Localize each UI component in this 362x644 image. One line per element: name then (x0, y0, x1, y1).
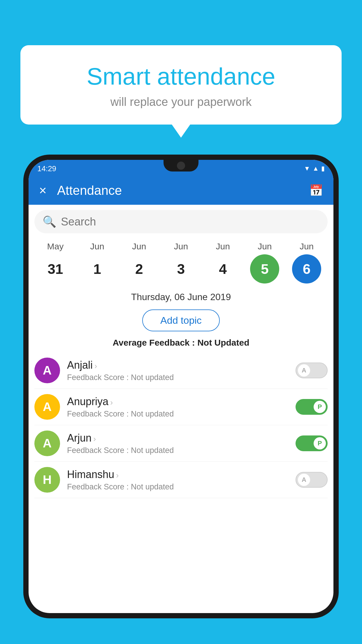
toggle-knob: P (314, 401, 326, 413)
date-month-label: Jun (258, 242, 272, 251)
student-info: Anupriya›Feedback Score : Not updated (67, 396, 296, 419)
student-chevron-icon: › (93, 434, 96, 443)
toggle-knob: P (314, 437, 326, 449)
student-name-row: Himanshu› (67, 468, 296, 481)
status-time: 14:29 (37, 164, 56, 173)
wifi-icon: ▼ (304, 165, 310, 172)
attendance-toggle[interactable]: P (296, 399, 328, 415)
calendar-icon[interactable]: 📅 (309, 184, 323, 197)
date-col[interactable]: Jun5 (246, 242, 284, 284)
average-feedback: Average Feedback : Not Updated (29, 335, 333, 352)
student-name: Anupriya (67, 396, 108, 407)
attendance-toggle[interactable]: A (296, 472, 328, 488)
date-month-label: Jun (216, 242, 230, 251)
date-month-label: Jun (300, 242, 314, 251)
date-picker: May31Jun1Jun2Jun3Jun4Jun5Jun6 (29, 239, 333, 286)
date-day[interactable]: 31 (41, 254, 70, 284)
student-item[interactable]: AArjun›Feedback Score : Not updatedP (34, 425, 328, 462)
date-col[interactable]: Jun3 (162, 242, 200, 284)
speech-bubble-container: Smart attendance will replace your paper… (20, 45, 342, 125)
student-name: Himanshu (67, 468, 114, 480)
student-item[interactable]: HHimanshu›Feedback Score : Not updatedA (34, 462, 328, 498)
feedback-label-text: Average Feedback : (113, 338, 197, 347)
student-score: Feedback Score : Not updated (67, 373, 296, 382)
student-score: Feedback Score : Not updated (67, 446, 296, 455)
toggle-wrap[interactable]: P (296, 435, 328, 451)
student-item[interactable]: AAnupriya›Feedback Score : Not updatedP (34, 389, 328, 425)
toggle-knob: A (298, 474, 310, 486)
date-month-label: May (47, 242, 64, 251)
signal-icon: ▲ (312, 165, 319, 172)
speech-bubble-subtitle: will replace your paperwork (38, 95, 324, 108)
student-list: AAnjali›Feedback Score : Not updatedAAAn… (29, 352, 333, 498)
date-month-label: Jun (90, 242, 104, 251)
phone-screen: 14:29 ▼ ▲ ▮ × Attendance 📅 🔍 May31J (29, 160, 333, 613)
date-col[interactable]: May31 (36, 242, 74, 284)
student-avatar: A (34, 430, 60, 456)
date-month-label: Jun (174, 242, 188, 251)
student-score: Feedback Score : Not updated (67, 482, 296, 491)
student-name: Anjali (67, 359, 93, 371)
student-name-row: Anupriya› (67, 396, 296, 408)
phone-camera (177, 162, 185, 170)
speech-bubble: Smart attendance will replace your paper… (20, 45, 342, 125)
feedback-value: Not Updated (197, 338, 249, 347)
add-topic-button[interactable]: Add topic (142, 309, 220, 331)
date-col[interactable]: Jun1 (78, 242, 116, 284)
battery-icon: ▮ (321, 165, 325, 172)
attendance-toggle[interactable]: A (296, 363, 328, 378)
student-chevron-icon: › (94, 361, 97, 370)
selected-date-info: Thursday, 06 June 2019 (29, 286, 333, 305)
close-button[interactable]: × (39, 183, 47, 198)
attendance-toggle[interactable]: P (296, 435, 328, 451)
date-day[interactable]: 2 (124, 254, 154, 284)
status-icons: ▼ ▲ ▮ (304, 165, 325, 172)
student-name: Arjun (67, 432, 92, 444)
student-info: Anjali›Feedback Score : Not updated (67, 359, 296, 382)
student-chevron-icon: › (116, 471, 119, 480)
app-bar: × Attendance 📅 (29, 176, 333, 205)
phone-wrapper: 14:29 ▼ ▲ ▮ × Attendance 📅 🔍 May31J (23, 155, 339, 644)
date-day[interactable]: 5 (250, 254, 279, 284)
student-name-row: Anjali› (67, 359, 296, 371)
date-col[interactable]: Jun2 (120, 242, 158, 284)
toggle-wrap[interactable]: P (296, 399, 328, 415)
date-day[interactable]: 6 (292, 254, 321, 284)
student-chevron-icon: › (110, 398, 113, 407)
selected-date-text: Thursday, 06 June 2019 (131, 292, 231, 302)
toggle-wrap[interactable]: A (296, 472, 328, 488)
search-container[interactable]: 🔍 (34, 210, 328, 233)
student-avatar: H (34, 467, 60, 493)
student-info: Arjun›Feedback Score : Not updated (67, 432, 296, 455)
date-col[interactable]: Jun4 (204, 242, 242, 284)
toggle-wrap[interactable]: A (296, 363, 328, 378)
date-day[interactable]: 1 (83, 254, 112, 284)
student-name-row: Arjun› (67, 432, 296, 444)
date-month-label: Jun (132, 242, 146, 251)
search-input[interactable] (61, 216, 319, 228)
student-avatar: A (34, 394, 60, 420)
toggle-knob: A (298, 364, 310, 377)
search-icon: 🔍 (43, 215, 56, 228)
student-info: Himanshu›Feedback Score : Not updated (67, 468, 296, 491)
app-bar-title: Attendance (57, 183, 309, 198)
student-score: Feedback Score : Not updated (67, 410, 296, 419)
date-months-row: May31Jun1Jun2Jun3Jun4Jun5Jun6 (34, 242, 328, 284)
speech-bubble-title: Smart attendance (38, 63, 324, 90)
student-item[interactable]: AAnjali›Feedback Score : Not updatedA (34, 352, 328, 389)
date-col[interactable]: Jun6 (288, 242, 326, 284)
student-avatar: A (34, 358, 60, 383)
date-day[interactable]: 4 (208, 254, 238, 284)
date-day[interactable]: 3 (166, 254, 196, 284)
phone-outer: 14:29 ▼ ▲ ▮ × Attendance 📅 🔍 May31J (23, 155, 339, 618)
